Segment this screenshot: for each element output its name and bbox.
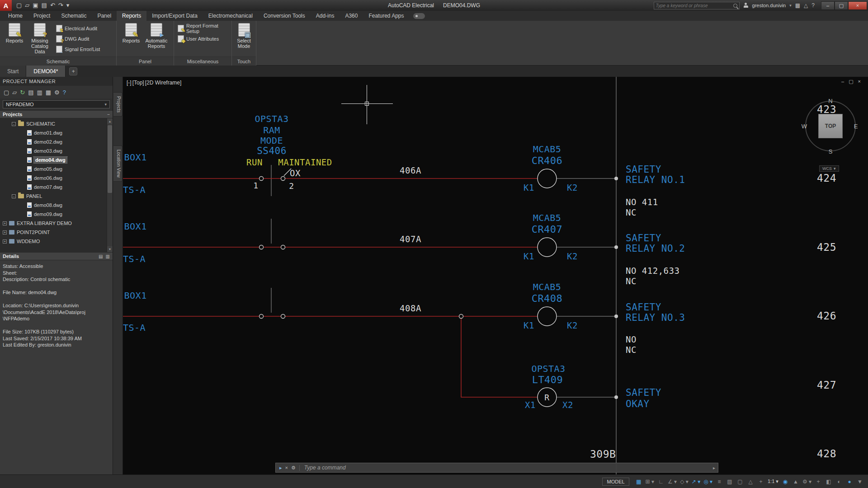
command-prompt-icon[interactable]: ▸ (279, 465, 282, 471)
dynamic-ucs-icon[interactable]: △ (746, 477, 755, 486)
panel-label-schematic[interactable]: Schematic (0, 56, 116, 66)
open-icon[interactable]: ▱ (25, 0, 29, 11)
ribbon-tab-schematic[interactable]: Schematic (56, 11, 92, 21)
annotation-monitor-icon[interactable]: + (814, 477, 823, 486)
tree-item-panel[interactable]: -PANEL (0, 192, 107, 201)
polar-tracking-icon[interactable]: ∠ ▾ (667, 477, 678, 486)
object-snap-icon[interactable]: ◎ ▾ (703, 477, 713, 486)
project-new-icon[interactable]: ▢ (4, 89, 9, 96)
drawing-list-icon[interactable]: ▥ (37, 89, 42, 96)
connect-badge-icon[interactable] (413, 13, 425, 19)
ribbon-tab-project[interactable]: Project (28, 11, 56, 21)
file-tab-start[interactable]: Start (0, 66, 26, 77)
drawing-canvas[interactable]: OPSTA3RAMMODESS406RUNMAINTAINEDOX12JBOX1… (123, 77, 868, 474)
scrollbar-thumb[interactable] (108, 125, 112, 193)
expand-icon[interactable]: + (3, 230, 7, 235)
tree-item-wddemo[interactable]: +WDDEMO (0, 237, 107, 246)
reports-button[interactable]: ✎Reports (2, 22, 27, 54)
palette-tab-projects[interactable]: Projects (113, 92, 123, 117)
help-icon[interactable]: ? (63, 89, 66, 96)
annotation-visibility-icon[interactable]: ◉ (781, 477, 790, 486)
user-attributes-button[interactable]: ◆User Attributes (176, 34, 230, 43)
panel-label-touch[interactable]: Touch (232, 56, 256, 66)
project-dropdown[interactable]: NFPADEMO ▾ (3, 100, 110, 108)
doc-close-icon[interactable]: × (858, 79, 861, 84)
help-search-box[interactable] (654, 2, 740, 9)
maximize-button[interactable]: ▢ (835, 1, 848, 10)
tree-item-demo04-dwg[interactable]: demo04.dwg (0, 155, 107, 164)
scroll-down-icon[interactable]: ▼ (107, 246, 113, 252)
osnap-tracking-icon[interactable]: ↗ ▾ (691, 477, 701, 486)
collapse-projects-icon[interactable]: − (107, 112, 110, 117)
search-icon[interactable] (733, 4, 737, 8)
search-input[interactable] (656, 3, 733, 8)
a360-sync-icon[interactable]: △ (804, 2, 808, 9)
qnew-icon[interactable]: ▢ (16, 0, 22, 11)
panel-label-panel[interactable]: Panel (117, 56, 174, 66)
tree-item-demo06-dwg[interactable]: demo06.dwg (0, 174, 107, 183)
viewcube[interactable]: N W E S TOP WCS ▾ (799, 95, 864, 174)
palette-tab-location-view[interactable]: Location View (113, 145, 123, 182)
new-drawing-tab-button[interactable]: + (69, 67, 77, 75)
command-customize-icon[interactable]: ⚙ (291, 465, 296, 471)
app-store-icon[interactable]: ▩ (795, 2, 800, 9)
dwg-audit-button[interactable]: ?DWG Audit (54, 34, 102, 43)
tree-item-demo03-dwg[interactable]: demo03.dwg (0, 146, 107, 155)
settings-gear-icon[interactable]: ⚙ (54, 89, 60, 96)
panel-label-miscellaneous[interactable]: Miscellaneous (174, 56, 231, 66)
automatic-reports-button[interactable]: ▸AutomaticReports (144, 22, 169, 49)
redo-icon[interactable]: ↷ (58, 0, 63, 11)
isolate-objects-icon[interactable]: ◐ (835, 477, 844, 486)
command-scroll-icon[interactable]: ▸ (713, 465, 718, 470)
tree-item-demo07-dwg[interactable]: demo07.dwg (0, 183, 107, 192)
minimize-button[interactable]: – (821, 1, 835, 10)
tree-item-point2point[interactable]: +POINT2POINT (0, 228, 107, 237)
ribbon-tab-reports[interactable]: Reports (117, 11, 146, 21)
tree-item-schematic[interactable]: -SCHEMATIC (0, 119, 107, 128)
project-open-icon[interactable]: ▱ (12, 89, 17, 96)
lineweight-icon[interactable]: ≡ (715, 477, 724, 486)
graphics-performance-icon[interactable]: ● (845, 477, 854, 486)
ribbon-tab-electromechanical[interactable]: Electromechanical (203, 11, 258, 21)
tree-item-demo08-dwg[interactable]: demo08.dwg (0, 201, 107, 210)
quick-properties-icon[interactable]: ◧ (824, 477, 833, 486)
missing-catalog-data-button[interactable]: ?Missing CatalogData (27, 22, 52, 54)
file-tab-demo04[interactable]: DEMO04* (26, 66, 66, 77)
workspace-gear-icon[interactable]: ⚙ ▾ (802, 477, 812, 486)
project-task-list-icon[interactable]: ▤ (28, 89, 33, 96)
tree-scrollbar[interactable]: ▲ ▼ (107, 118, 113, 252)
refresh-icon[interactable]: ↻ (20, 89, 25, 96)
tree-item-demo02-dwg[interactable]: demo02.dwg (0, 137, 107, 146)
scroll-up-icon[interactable]: ▲ (107, 118, 113, 124)
expand-icon[interactable]: + (3, 239, 7, 244)
wcs-dropdown[interactable]: WCS ▾ (819, 165, 839, 172)
collapse-icon[interactable]: - (12, 194, 16, 198)
qat-dropdown-icon[interactable]: ▾ (66, 0, 70, 11)
electrical-audit-button[interactable]: ↯Electrical Audit (54, 24, 102, 33)
ortho-icon[interactable]: ∟ (656, 477, 665, 486)
details-preview-icon[interactable]: ▥ (106, 254, 110, 259)
annotation-scale-label[interactable]: 1:1 ▾ (767, 477, 779, 486)
ribbon-tab-panel[interactable]: Panel (92, 11, 117, 21)
snap-mode-icon[interactable]: ⊞ ▾ (645, 477, 655, 486)
report-format-setup-button[interactable]: ✎Report Format Setup (176, 24, 230, 33)
tree-item-demo05-dwg[interactable]: demo05.dwg (0, 164, 107, 174)
clean-screen-icon[interactable]: ▼ (855, 477, 864, 486)
tree-item-demo01-dwg[interactable]: demo01.dwg (0, 128, 107, 137)
ribbon-tab-home[interactable]: Home (3, 11, 28, 21)
command-line[interactable]: ▸×⚙ Type a command ▸ (275, 463, 718, 473)
collapse-icon[interactable]: - (12, 122, 16, 126)
panel-reports-button[interactable]: ✎Reports (118, 22, 144, 49)
compass-east[interactable]: E (854, 123, 858, 130)
user-menu-caret-icon[interactable]: ▾ (789, 3, 792, 8)
model-space-button[interactable]: MODEL (602, 478, 629, 486)
view-control[interactable]: [Top] (132, 80, 144, 86)
command-close-icon[interactable]: × (285, 465, 288, 471)
doc-restore-icon[interactable]: ▢ (849, 79, 853, 84)
doc-minimize-icon[interactable]: – (841, 79, 844, 84)
select-mode-button[interactable]: ▣SelectMode (231, 22, 257, 49)
close-button[interactable]: × (848, 1, 867, 10)
plot-publish-icon[interactable]: ▦ (46, 89, 51, 96)
compass-north[interactable]: N (828, 98, 832, 104)
plot-icon[interactable]: ▤ (42, 0, 47, 11)
